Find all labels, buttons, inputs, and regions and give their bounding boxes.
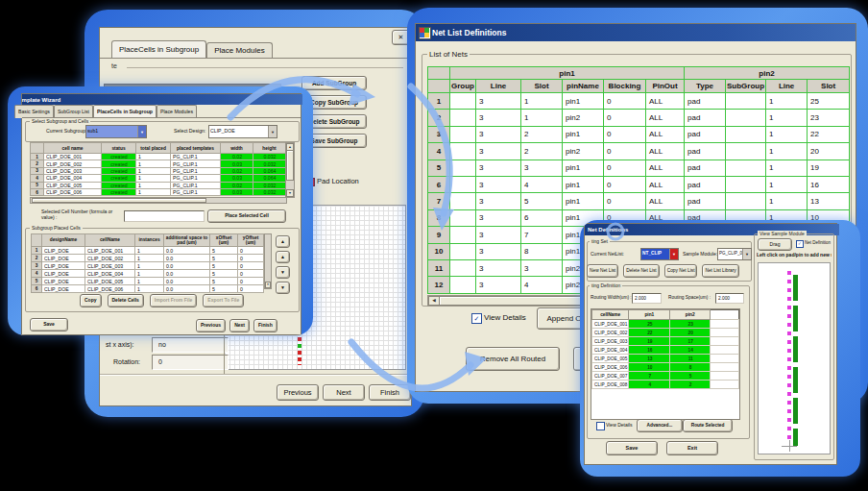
cell: PG_CLIP.1 (171, 160, 221, 167)
table-row[interactable]: 735pin10ALLpad113 (428, 193, 850, 209)
select-design-select[interactable]: CLIP_DOE ▼ (208, 125, 277, 138)
table-button[interactable]: Import From File (150, 294, 197, 307)
table-row[interactable]: 1CLIP_DOE_001created1PG_CLIP.10.020.032 (31, 154, 286, 160)
cell: pad (685, 143, 726, 160)
routing-space-input[interactable]: 2.000 (715, 293, 744, 304)
current-netlist-select[interactable]: NT_CLIP ▼ (640, 248, 679, 260)
table-row[interactable]: 332pin10ALLpad122 (428, 126, 850, 142)
netlist-titlebar[interactable]: Net List Definitions (416, 24, 856, 41)
selected-cell-label: Selected Cell Number (formula or value) … (41, 209, 122, 220)
scrollbar-thumb[interactable] (286, 150, 294, 181)
table-row[interactable]: CLIP_DOE_0012523 (592, 320, 739, 329)
nav-button[interactable]: Previous (277, 384, 319, 401)
table-row[interactable]: CLIP_DOE_0031917 (592, 337, 739, 346)
table-row[interactable]: 6CLIP_DOE_006created1PG_CLIP.10.030.032 (31, 188, 286, 195)
table-row[interactable]: 533pin10ALLpad119 (428, 160, 850, 176)
wizard-title: Template Wizard (24, 97, 60, 103)
table-button[interactable]: Export To File (203, 294, 244, 307)
current-netlist-value: NT_CLIP (641, 249, 669, 259)
table-row[interactable]: 1CLIP_DOECLIP_DOE_00110.050 (32, 247, 264, 255)
cell: 23 (670, 320, 711, 329)
cell: CLIP_DOE_003 (44, 167, 102, 174)
tab[interactable]: Place Modules (157, 105, 197, 118)
dialog-save-button[interactable]: Save (606, 441, 658, 455)
dialog-exit-button[interactable]: Exit (666, 441, 718, 455)
table-row[interactable]: 634pin10ALLpad116 (428, 176, 850, 192)
row-move-icon[interactable]: ▲ (276, 235, 290, 248)
table-row[interactable]: 6CLIP_DOECLIP_DOE_00610.050 (32, 285, 264, 293)
scroll-down-icon[interactable]: ▼ (286, 189, 294, 197)
sample-module-canvas[interactable] (758, 262, 831, 454)
table-row[interactable]: CLIP_DOE_0022220 (592, 329, 739, 337)
chevron-down-icon[interactable]: ▼ (268, 126, 277, 137)
cell: 19 (629, 337, 670, 346)
view-details-checkbox[interactable]: ✓ (471, 313, 482, 324)
netlist-buttons-row: New Net ListDelete Net ListCopy Net List… (587, 264, 739, 278)
subgroup-button[interactable]: Add SubGroup (301, 76, 367, 90)
remove-all-routed-button[interactable]: Remove All Routed (466, 347, 560, 371)
placed-vscrollbar[interactable]: ▼ (264, 233, 272, 289)
table-row[interactable]: 2CLIP_DOECLIP_DOE_00210.050 (32, 255, 264, 262)
wizard-titlebar[interactable]: Template Wizard (22, 94, 302, 105)
netlist-button[interactable]: New Net List (587, 264, 618, 278)
nav-button[interactable]: Next (229, 319, 250, 332)
cells-vscrollbar[interactable]: ▲ ▼ (285, 142, 295, 198)
table-row[interactable]: 4CLIP_DOECLIP_DOE_00410.050 (32, 270, 264, 278)
tab[interactable]: PlaceCells in Subgroup (111, 40, 206, 59)
nav-button[interactable]: Previous (196, 319, 226, 332)
row-move-icon[interactable]: ▲ (276, 251, 290, 263)
column-header: pin1 (629, 310, 670, 320)
table-row[interactable]: 5CLIP_DOE_005created1PG_CLIP.10.020.032 (31, 182, 286, 188)
scroll-down-icon[interactable]: ▼ (265, 282, 271, 288)
chevron-down-icon[interactable]: ▼ (669, 249, 678, 259)
nav-button[interactable]: Finish (369, 384, 411, 401)
table-row[interactable]: CLIP_DOE_00842 (592, 381, 739, 389)
current-subgroup-select[interactable]: sub1 ▼ (85, 125, 147, 138)
tab[interactable]: PlaceCells in Subgroup (93, 105, 157, 118)
selected-cell-input[interactable] (124, 210, 205, 222)
chevron-down-icon[interactable]: ▼ (742, 249, 751, 259)
netlist-button[interactable]: Copy Net List (664, 264, 698, 278)
table-row[interactable]: 231pin20ALLpad123 (428, 110, 850, 126)
nav-button[interactable]: Finish (253, 319, 277, 332)
table-row[interactable]: CLIP_DOE_00775 (592, 372, 739, 381)
tab[interactable]: Basic Settings (14, 105, 54, 118)
netlist-button[interactable]: Delete Net List (623, 264, 659, 278)
row-move-icon[interactable]: ▼ (276, 266, 290, 279)
drag-button[interactable]: Drag (758, 238, 792, 251)
table-row[interactable]: 5CLIP_DOECLIP_DOE_00510.050 (32, 278, 264, 285)
tab[interactable]: Place Modules (206, 42, 272, 59)
module-green-bars (793, 275, 798, 446)
sample-module-select[interactable]: PG_CLIP_00 ▼ (717, 248, 752, 260)
rotation-value[interactable]: 0 (152, 355, 229, 370)
table-row[interactable]: 3CLIP_DOE_003created1PG_CLIP.10.020.064 (31, 167, 286, 174)
place-selected-cell-button[interactable]: Place Selected Cell (207, 209, 286, 223)
nav-button[interactable]: Next (323, 384, 365, 401)
scrollbar-thumb[interactable] (32, 198, 206, 203)
table-row[interactable]: 2CLIP_DOE_002created1PG_CLIP.10.030.032 (31, 160, 286, 167)
table-button[interactable]: Copy (80, 294, 102, 307)
table-row[interactable]: 432pin20ALLpad120 (428, 143, 850, 160)
net-definition-checkbox[interactable]: ✓ (796, 240, 804, 248)
route-selected-button[interactable]: Route Selected (683, 419, 733, 432)
cell: 0.02 (221, 167, 253, 174)
table-row[interactable]: 131pin10ALLpad125 (428, 93, 850, 110)
pad-pin-column (787, 271, 791, 440)
table-row[interactable]: CLIP_DOE_0051311 (592, 355, 739, 363)
save-button[interactable]: Save (30, 318, 68, 331)
row-move-icon[interactable]: ▼ (276, 282, 290, 294)
table-row[interactable]: CLIP_DOE_006108 (592, 363, 739, 372)
tab[interactable]: SubGroup List (54, 105, 93, 118)
advanced-button[interactable]: Advanced... (637, 419, 683, 432)
dialog-view-details-checkbox[interactable] (596, 422, 605, 430)
netlist-button[interactable]: Net List Library (702, 264, 738, 278)
table-row[interactable]: 3CLIP_DOECLIP_DOE_00310.050 (32, 262, 264, 270)
cells-hscrollbar[interactable] (30, 197, 287, 204)
chevron-down-icon[interactable]: ▼ (137, 126, 146, 137)
table-row[interactable]: CLIP_DOE_0041614 (592, 346, 739, 355)
table-button[interactable]: Delete Cells (108, 294, 144, 307)
mirror-axis-value[interactable]: no (152, 337, 229, 353)
table-row[interactable]: 4CLIP_DOE_004created1PG_CLIP.10.030.064 (31, 175, 286, 182)
routing-width-input[interactable]: 2.000 (632, 293, 662, 304)
net-definitions-frame: Net Definitions ting Set Current NetList… (580, 220, 860, 477)
